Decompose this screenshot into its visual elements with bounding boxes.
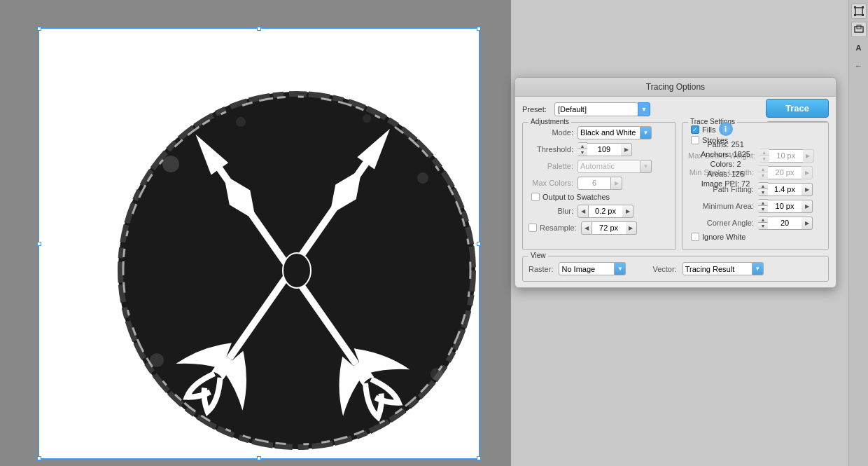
raster-select-wrap: No Image ▼ <box>559 262 626 275</box>
resample-stepper: ◀ ▶ <box>581 221 637 235</box>
raster-select-arrow[interactable]: ▼ <box>615 262 626 275</box>
vector-field: Vector: Tracing Result ▼ <box>652 262 763 275</box>
vector-label: Vector: <box>652 265 676 273</box>
handle-middle-left[interactable] <box>37 242 41 246</box>
min-stroke-length-input <box>768 166 802 179</box>
view-row: Raster: No Image ▼ Vector: Tracing R <box>528 262 822 275</box>
palette-select-arrow: ▼ <box>640 160 652 173</box>
right-panel: Tracing Options Preset: [Default] ▼ Trac… <box>511 0 868 466</box>
toolbar-icon-text[interactable]: A <box>851 40 867 55</box>
svg-point-14 <box>236 117 246 127</box>
threshold-input[interactable] <box>587 143 621 156</box>
handle-top-center[interactable] <box>257 27 261 31</box>
minimum-area-input[interactable] <box>768 200 802 213</box>
toolbar-icon-embed[interactable] <box>851 22 867 37</box>
min-area-up[interactable]: ▲ <box>758 200 768 206</box>
resample-input[interactable] <box>592 221 626 235</box>
preset-row: Preset: [Default] ▼ Trace Cancel Save Pr… <box>522 102 829 116</box>
max-colors-row: Max Colors: ▶ <box>528 176 670 190</box>
resample-checkbox[interactable] <box>528 224 537 232</box>
svg-point-12 <box>150 353 164 367</box>
canvas-document <box>38 28 479 459</box>
path-fitting-input[interactable] <box>768 183 802 196</box>
output-swatches-checkbox[interactable] <box>531 193 540 201</box>
max-colors-arrow: ▶ <box>611 177 622 190</box>
vector-select[interactable]: Tracing Result <box>682 262 752 275</box>
corner-angle-up[interactable]: ▲ <box>758 217 768 223</box>
blur-left-arrow[interactable]: ◀ <box>578 205 589 218</box>
resample-left-arrow[interactable]: ◀ <box>581 221 592 235</box>
svg-point-11 <box>417 172 428 184</box>
raster-label: Raster: <box>528 265 553 273</box>
mode-select-wrap: Black and White ▼ <box>578 126 652 139</box>
blur-label: Blur: <box>528 207 578 215</box>
threshold-down[interactable]: ▼ <box>578 149 587 156</box>
emblem-svg <box>101 80 493 462</box>
svg-point-10 <box>162 156 179 172</box>
resample-right-arrow[interactable]: ▶ <box>626 221 637 235</box>
palette-label: Palette: <box>528 162 578 170</box>
trace-button[interactable]: Trace <box>766 99 829 118</box>
corner-angle-down[interactable]: ▼ <box>758 223 768 229</box>
palette-row: Palette: Automatic ▼ <box>528 159 670 173</box>
threshold-up[interactable]: ▲ <box>578 143 587 149</box>
raster-select[interactable]: No Image <box>559 262 615 275</box>
minimum-area-row: Minimum Area: ▲ ▼ ▶ <box>688 199 822 213</box>
max-colors-label: Max Colors: <box>528 179 578 187</box>
path-fitting-up[interactable]: ▲ <box>758 183 768 189</box>
tracing-options-dialog: Tracing Options Preset: [Default] ▼ Trac… <box>514 77 836 288</box>
adjustments-group: Adjustments Mode: Black and White ▼ <box>522 122 676 250</box>
min-area-down[interactable]: ▼ <box>758 206 768 212</box>
mode-select[interactable]: Black and White <box>578 126 640 139</box>
view-section: View Raster: No Image ▼ Vector: <box>522 256 829 282</box>
threshold-label: Threshold: <box>528 145 578 153</box>
max-colors-input <box>578 177 611 190</box>
palette-select[interactable]: Automatic <box>578 160 640 173</box>
svg-rect-19 <box>854 14 856 16</box>
preset-select[interactable]: [Default] <box>554 102 638 116</box>
handle-top-left[interactable] <box>37 27 41 31</box>
svg-rect-18 <box>862 6 864 8</box>
dialog-columns: Adjustments Mode: Black and White ▼ <box>522 122 829 250</box>
blur-input[interactable] <box>589 205 622 218</box>
mode-row: Mode: Black and White ▼ <box>528 125 670 139</box>
toolbar-icon-arrow[interactable]: ← <box>851 58 867 74</box>
threshold-right-arrow[interactable]: ▶ <box>621 143 632 156</box>
emblem-image <box>85 64 508 466</box>
dialog-body: Preset: [Default] ▼ Trace Cancel Save Pr… <box>515 97 836 287</box>
blur-right-arrow[interactable]: ▶ <box>622 205 634 218</box>
ignore-white-checkbox[interactable] <box>691 233 699 241</box>
ignore-white-label: Ignore White <box>702 233 746 241</box>
svg-rect-17 <box>854 6 856 8</box>
corner-angle-label: Corner Angle: <box>688 219 758 227</box>
areas-stat: Areas: 126 <box>707 170 744 178</box>
svg-point-9 <box>283 253 311 288</box>
path-fitting-arrow[interactable]: ▶ <box>802 183 813 196</box>
resample-row: Resample: ◀ ▶ <box>528 221 670 235</box>
corner-angle-arrow[interactable]: ▶ <box>802 217 813 230</box>
threshold-row: Threshold: ▲ ▼ ▶ <box>528 142 670 156</box>
preset-select-arrow[interactable]: ▼ <box>638 102 650 116</box>
handle-bottom-left[interactable] <box>37 456 41 460</box>
anchors-stat: Anchors: 1825 <box>701 150 750 158</box>
view-label: View <box>528 252 548 259</box>
vector-select-arrow[interactable]: ▼ <box>752 262 764 275</box>
max-stroke-weight-stepper: ▲ ▼ ▶ <box>760 149 814 163</box>
mode-select-arrow[interactable]: ▼ <box>640 126 652 139</box>
min-stroke-down: ▼ <box>758 172 768 179</box>
mode-label: Mode: <box>528 128 578 137</box>
toolbar-icon-transform[interactable] <box>851 4 867 19</box>
svg-rect-20 <box>862 14 864 16</box>
max-colors-stepper: ▶ <box>578 177 622 190</box>
toolbar-strip: A ← <box>848 0 868 466</box>
resample-label: Resample: <box>540 224 581 232</box>
output-swatches-row: Output to Swatches <box>528 193 670 201</box>
corner-angle-stepper: ▲ ▼ ▶ <box>758 216 813 230</box>
corner-angle-input[interactable] <box>768 217 802 230</box>
corner-angle-row: Corner Angle: ▲ ▼ ▶ <box>688 216 822 230</box>
minimum-area-arrow[interactable]: ▶ <box>802 200 813 213</box>
path-fitting-down[interactable]: ▼ <box>758 189 768 196</box>
handle-top-right[interactable] <box>477 27 481 31</box>
max-stroke-up: ▲ <box>760 149 769 156</box>
output-swatches-label: Output to Swatches <box>542 193 610 201</box>
